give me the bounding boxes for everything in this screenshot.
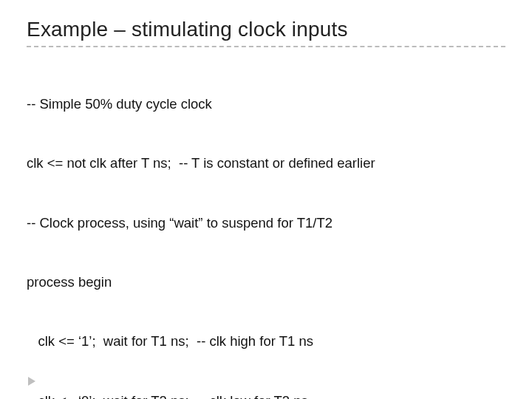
code-line: clk <= ‘0’; wait for T2 ns; -- clk low f… xyxy=(27,392,505,399)
slide-title: Example – stimulating clock inputs xyxy=(27,18,505,41)
code-line: process begin xyxy=(27,273,505,293)
code-line: clk <= not clk after T ns; -- T is const… xyxy=(27,154,505,174)
code-block: -- Simple 50% duty cycle clock clk <= no… xyxy=(27,55,505,399)
slide: Example – stimulating clock inputs -- Si… xyxy=(0,0,532,399)
code-line: -- Clock process, using “wait” to suspen… xyxy=(27,214,505,233)
code-line: -- Simple 50% duty cycle clock xyxy=(27,95,505,115)
title-divider xyxy=(27,46,505,47)
arrow-right-icon xyxy=(28,377,35,386)
code-line: clk <= ‘1’; wait for T1 ns; -- clk high … xyxy=(27,332,505,352)
